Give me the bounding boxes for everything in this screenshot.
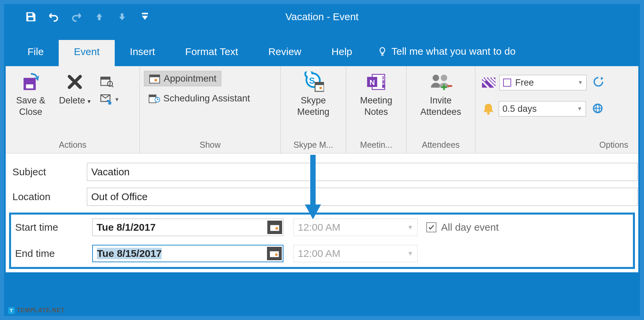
reminder-bell-icon <box>482 103 495 115</box>
group-options: Free ▼ 0.5 days <box>475 66 638 153</box>
tab-file[interactable]: File <box>12 40 59 66</box>
scheduling-label: Scheduling Assistant <box>163 93 250 104</box>
calendar-picker-icon[interactable] <box>267 247 282 260</box>
group-skype-label: Skype M... <box>281 139 346 153</box>
tell-me-label: Tell me what you want to do <box>391 46 516 57</box>
save-close-button[interactable]: Save & Close <box>10 70 52 118</box>
arrow-up-icon[interactable] <box>93 10 106 24</box>
onenote-icon: N <box>366 72 386 92</box>
save-close-icon <box>21 72 41 92</box>
skype-meeting-button[interactable]: S Skype Meeting <box>285 70 342 118</box>
scheduling-assistant-button[interactable]: Scheduling Assistant <box>144 91 255 106</box>
event-form: Subject Vacation Location Out of Office … <box>6 153 638 272</box>
group-options-label: Options <box>475 139 638 153</box>
undo-icon[interactable] <box>47 10 60 24</box>
skype-icon: S <box>303 72 324 92</box>
end-time-input[interactable]: 12:00 AM ▼ <box>293 245 418 262</box>
recurrence-icon[interactable] <box>593 76 603 89</box>
group-show-label: Show <box>140 139 280 153</box>
svg-rect-12 <box>149 95 156 97</box>
delete-icon <box>65 72 84 92</box>
showas-dropdown[interactable]: Free ▼ <box>499 75 587 90</box>
end-time-label: End time <box>12 248 92 259</box>
svg-point-25 <box>441 75 447 81</box>
tab-event[interactable]: Event <box>59 40 115 66</box>
showas-value: Free <box>515 78 534 88</box>
all-day-checkbox[interactable]: All day event <box>426 222 499 233</box>
all-day-label: All day event <box>441 222 499 233</box>
svg-rect-28 <box>447 85 452 87</box>
chevron-down-icon: ▼ <box>578 80 583 86</box>
svg-rect-21 <box>382 85 385 88</box>
appointment-icon <box>149 74 160 84</box>
ribbon-tabs: File Event Insert Format Text Review Hel… <box>6 29 638 66</box>
subject-label: Subject <box>10 166 87 178</box>
tab-help[interactable]: Help <box>316 40 367 66</box>
group-meeting-notes: N Meeting Notes Meetin... <box>346 66 407 153</box>
template-badge-icon: T <box>8 307 15 314</box>
showas-icon <box>482 78 495 88</box>
reminder-value: 0.5 days <box>502 104 537 114</box>
chevron-down-icon: ▼ <box>407 224 413 231</box>
svg-rect-2 <box>26 84 33 88</box>
save-icon[interactable] <box>24 10 38 24</box>
appointment-label: Appointment <box>164 73 216 84</box>
location-label: Location <box>10 191 87 202</box>
redo-icon[interactable] <box>70 10 83 24</box>
meeting-notes-button[interactable]: N Meeting Notes <box>350 70 402 118</box>
chevron-down-icon: ▼ <box>577 106 582 112</box>
watermark: T TEMPLATE.NET <box>8 307 65 314</box>
forward-icon <box>100 94 113 105</box>
group-actions-label: Actions <box>6 139 140 153</box>
appointment-button[interactable]: Appointment <box>144 71 221 86</box>
svg-rect-19 <box>382 76 385 80</box>
svg-rect-27 <box>441 86 447 88</box>
arrow-down-icon[interactable] <box>115 10 129 24</box>
group-attendees-label: Attendees <box>407 139 475 153</box>
free-swatch-icon <box>503 79 511 87</box>
svg-rect-40 <box>275 254 278 256</box>
group-show: Appointment Scheduling Assistant Show <box>140 66 281 153</box>
invite-attendees-label: Invite Attendees <box>411 95 471 118</box>
svg-line-6 <box>112 86 113 87</box>
tab-format-text[interactable]: Format Text <box>170 40 253 66</box>
start-date-input[interactable]: Tue 8/1/2017 <box>92 219 283 236</box>
svg-rect-4 <box>101 77 110 80</box>
meeting-notes-label: Meeting Notes <box>350 95 402 118</box>
calendar-lens-icon[interactable] <box>100 75 118 88</box>
svg-rect-20 <box>382 80 385 84</box>
forward-button[interactable]: ▾ <box>100 94 118 105</box>
window-title: Vacation - Event <box>285 11 359 22</box>
location-input[interactable]: Out of Office <box>87 188 638 206</box>
tab-review[interactable]: Review <box>253 40 316 66</box>
quick-access-toolbar <box>6 10 152 24</box>
reminder-dropdown[interactable]: 0.5 days ▼ <box>499 101 586 117</box>
chevron-down-icon: ▼ <box>407 250 413 257</box>
invite-attendees-button[interactable]: Invite Attendees <box>411 70 471 118</box>
tell-me-search[interactable]: Tell me what you want to do <box>367 39 522 66</box>
save-close-label: Save & Close <box>10 95 52 118</box>
svg-rect-16 <box>315 82 324 85</box>
group-skype: S Skype Meeting Skype M... <box>281 66 346 153</box>
subject-input[interactable]: Vacation <box>87 163 638 181</box>
end-date-input[interactable]: Tue 8/15/2017 <box>92 245 283 262</box>
svg-rect-9 <box>150 75 160 77</box>
ribbon: Save & Close Delete ▾ <box>6 66 638 153</box>
calendar-picker-icon[interactable] <box>267 221 282 234</box>
tab-insert[interactable]: Insert <box>115 40 170 66</box>
skype-meeting-label: Skype Meeting <box>285 95 342 118</box>
attendees-icon <box>429 72 452 92</box>
group-attendees: Invite Attendees Attendees <box>407 66 475 153</box>
delete-button[interactable]: Delete ▾ <box>53 70 97 106</box>
timezones-icon[interactable] <box>593 102 603 116</box>
scheduling-icon <box>149 93 160 103</box>
group-actions: Save & Close Delete ▾ <box>6 66 140 153</box>
start-time-input[interactable]: 12:00 AM ▼ <box>293 219 418 236</box>
svg-rect-17 <box>320 87 322 89</box>
qat-customize-icon[interactable] <box>138 10 152 24</box>
title-bar: Vacation - Event <box>6 4 638 29</box>
svg-point-30 <box>487 112 490 115</box>
start-time-label: Start time <box>12 222 92 233</box>
group-meeting-notes-label: Meetin... <box>346 139 406 153</box>
svg-text:N: N <box>369 78 375 87</box>
